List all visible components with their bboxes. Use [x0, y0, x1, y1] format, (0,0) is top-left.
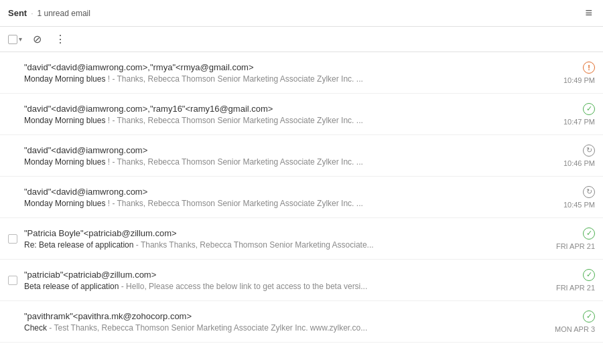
- select-all-checkbox[interactable]: ▾: [8, 35, 22, 44]
- email-preview: Monday Morning blues ! - Thanks, Rebecca…: [24, 199, 535, 208]
- email-subject: Beta release of application: [24, 282, 119, 291]
- header-right: ≡: [582, 3, 595, 23]
- email-preview-text: - Thanks Thanks, Rebecca Thomson Senior …: [133, 240, 373, 250]
- email-time: 10:46 PM: [563, 159, 595, 167]
- checkbox-box[interactable]: [8, 35, 17, 44]
- email-subject: Monday Morning blues: [24, 199, 105, 208]
- email-preview-text: ! - Thanks, Rebecca Thomson Senior Marke…: [105, 74, 362, 84]
- email-checkbox[interactable]: [8, 234, 17, 244]
- email-content: "david"<david@iamwrong.com>Monday Mornin…: [24, 145, 535, 167]
- status-icon: ✓: [583, 310, 595, 323]
- email-preview-text: - Hello, Please access the below link to…: [119, 282, 367, 291]
- status-icon: !: [583, 62, 595, 74]
- status-icon: ↻: [583, 186, 595, 198]
- status-icon: ✓: [583, 269, 595, 281]
- email-content: "Patricia Boyle"<patriciab@zillum.com>Re…: [24, 228, 535, 250]
- email-recipients: "david"<david@iamwrong.com>: [24, 145, 535, 155]
- email-row[interactable]: "patriciab"<patriciab@zillum.com>Beta re…: [0, 260, 603, 301]
- dot-separator: ·: [31, 9, 33, 18]
- email-row[interactable]: "david"<david@iamwrong.com>,"ramy16"<ram…: [0, 94, 603, 135]
- email-recipients: "david"<david@iamwrong.com>: [24, 187, 535, 197]
- email-checkbox[interactable]: [8, 276, 17, 285]
- email-content: "david"<david@iamwrong.com>,"ramy16"<ram…: [24, 104, 535, 125]
- chevron-down-icon[interactable]: ▾: [19, 35, 22, 43]
- email-row[interactable]: "david"<david@iamwrong.com>,"rmya"<rmya@…: [0, 52, 603, 94]
- email-preview: Monday Morning blues ! - Thanks, Rebecca…: [24, 74, 535, 84]
- email-meta: ↻10:46 PM: [541, 145, 595, 167]
- email-row[interactable]: "david"<david@iamwrong.com>Monday Mornin…: [0, 177, 603, 218]
- email-meta: !10:49 PM: [541, 62, 595, 84]
- email-time: 10:45 PM: [563, 201, 595, 209]
- email-meta: ✓10:47 PM: [541, 103, 595, 126]
- status-icon: ✓: [583, 103, 595, 115]
- email-preview-text: ! - Thanks, Rebecca Thomson Senior Marke…: [105, 157, 362, 167]
- status-icon: ↻: [583, 145, 595, 157]
- email-preview: Beta release of application - Hello, Ple…: [24, 282, 535, 291]
- email-subject: Monday Morning blues: [24, 116, 105, 125]
- email-preview: Monday Morning blues ! - Thanks, Rebecca…: [24, 157, 535, 167]
- header-bar: Sent · 1 unread email ≡: [0, 0, 603, 27]
- more-options-icon[interactable]: ⋮: [52, 31, 68, 47]
- email-list: "david"<david@iamwrong.com>,"rmya"<rmya@…: [0, 52, 603, 343]
- email-recipients: "Patricia Boyle"<patriciab@zillum.com>: [24, 228, 535, 238]
- email-subject: Monday Morning blues: [24, 74, 105, 84]
- email-preview-text: ! - Thanks, Rebecca Thomson Senior Marke…: [105, 199, 362, 208]
- email-recipients: "david"<david@iamwrong.com>,"ramy16"<ram…: [24, 104, 535, 114]
- email-preview: Re: Beta release of application - Thanks…: [24, 240, 535, 250]
- email-meta: ✓FRI APR 21: [541, 269, 595, 292]
- hamburger-icon[interactable]: ≡: [582, 3, 595, 23]
- email-recipients: "patriciab"<patriciab@zillum.com>: [24, 270, 535, 280]
- email-subject: Re: Beta release of application: [24, 240, 133, 250]
- folder-label: Sent: [8, 8, 27, 18]
- email-preview-text: - Test Thanks, Rebecca Thomson Senior Ma…: [47, 323, 367, 333]
- email-content: "david"<david@iamwrong.com>Monday Mornin…: [24, 187, 535, 208]
- email-time: 10:47 PM: [563, 118, 595, 126]
- email-time: FRI APR 21: [556, 242, 595, 250]
- email-content: "patriciab"<patriciab@zillum.com>Beta re…: [24, 270, 535, 291]
- email-recipients: "david"<david@iamwrong.com>,"rmya"<rmya@…: [24, 62, 535, 72]
- email-subject: Check: [24, 323, 47, 333]
- email-row[interactable]: "david"<david@iamwrong.com>Monday Mornin…: [0, 135, 603, 177]
- email-time: FRI APR 21: [556, 284, 595, 292]
- email-preview: Monday Morning blues ! - Thanks, Rebecca…: [24, 116, 535, 125]
- unread-count: 1 unread email: [38, 9, 90, 18]
- toolbar: ▾ ⊘ ⋮: [0, 27, 603, 52]
- email-meta: ✓FRI APR 21: [541, 227, 595, 250]
- email-content: "pavithramk"<pavithra.mk@zohocorp.com>Ch…: [24, 311, 535, 333]
- email-time: 10:49 PM: [563, 76, 595, 84]
- email-row[interactable]: "pavithramk"<pavithra.mk@zohocorp.com>Ch…: [0, 301, 603, 343]
- status-icon: ✓: [583, 227, 595, 240]
- email-time: MON APR 3: [555, 325, 595, 333]
- email-content: "david"<david@iamwrong.com>,"rmya"<rmya@…: [24, 62, 535, 84]
- email-preview-text: ! - Thanks, Rebecca Thomson Senior Marke…: [105, 116, 362, 125]
- header-left: Sent · 1 unread email: [8, 8, 582, 18]
- email-subject: Monday Morning blues: [24, 157, 105, 167]
- email-recipients: "pavithramk"<pavithra.mk@zohocorp.com>: [24, 311, 535, 321]
- email-row[interactable]: "Patricia Boyle"<patriciab@zillum.com>Re…: [0, 218, 603, 260]
- filter-icon[interactable]: ⊘: [30, 31, 44, 47]
- email-meta: ↻10:45 PM: [541, 186, 595, 209]
- email-preview: Check - Test Thanks, Rebecca Thomson Sen…: [24, 323, 535, 333]
- email-meta: ✓MON APR 3: [541, 310, 595, 333]
